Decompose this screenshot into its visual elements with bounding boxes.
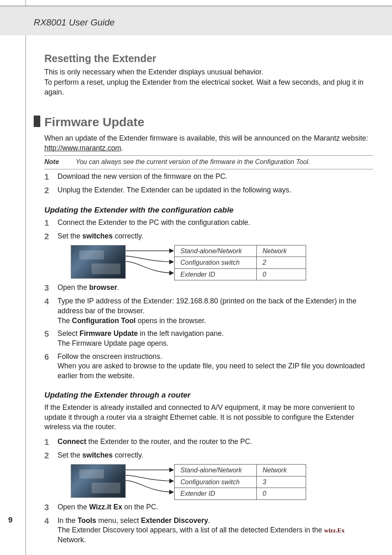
cell-key: Configuration switch [175,476,257,488]
t-bold: Extender Discovery [141,516,208,525]
step-body: Type the IP address of the Extender: 192… [58,296,373,326]
t-bold: browser [89,283,117,291]
firmware-intro-post: . [121,144,123,152]
table-row: Configuration switch 3 [175,476,306,488]
cable-switch-table: Stand-alone/Network Network Configuratio… [174,245,306,281]
step-body: Set the switches correctly. [58,451,373,460]
t: The Firmware Update page opens. [58,339,168,347]
arrows-icon [126,245,174,279]
t-bold: Tools [78,516,96,525]
t: on the PC. [122,503,158,511]
step-body: Follow the onscreen instructions. When y… [58,352,373,381]
cell-val: 0 [257,488,306,500]
t: When you are asked to browse to the upda… [58,362,365,380]
t: Type the IP address of the Extender: 192… [58,297,356,315]
t: Network. [58,536,86,544]
cable-step-6: 6 Follow the onscreen instructions. When… [44,352,373,381]
cell-key: Configuration switch [175,257,257,269]
t: Set the [58,232,82,240]
note-label: Note [44,157,74,166]
step-body: Connect the Extender to the PC with the … [58,218,373,228]
t: Set the [58,451,82,459]
resetting-heading: Resetting the Extender [44,52,373,66]
t: Open the [58,503,89,511]
table-row: Extender ID 0 [175,268,306,280]
step-number: 2 [44,185,51,196]
divider [44,155,373,156]
t: . [117,283,119,291]
step-body: Connect the Extender to the router, and … [58,437,373,447]
arrows-icon [126,464,174,498]
router-step-4: 4 In the Tools menu, select Extender Dis… [44,516,373,545]
fw-step-2: 2 Unplug the Extender. The Extender can … [44,185,373,196]
t: correctly. [113,451,143,459]
resetting-p2: To perform a reset, unplug the Extender … [44,78,373,97]
t-bold: Wizz.it Ex [89,503,122,511]
t: In the [58,516,78,525]
cell-val: Network [257,245,306,257]
table-row: Extender ID 0 [175,488,306,500]
section-marker [34,116,40,127]
cell-key: Stand-alone/Network [175,245,257,257]
cell-val: 2 [257,257,306,269]
cell-val: 0 [257,268,306,280]
step-number: 1 [44,218,51,228]
cable-step-3: 3 Open the browser. [44,283,373,293]
arrow-connectors [126,245,174,281]
page-number: 9 [8,516,13,525]
cell-key: Extender ID [175,268,257,280]
step-number: 6 [44,352,51,362]
guide-title: RX8001 User Guide [34,17,115,28]
t: Follow the onscreen instructions. [58,352,162,361]
firmware-intro-link[interactable]: http://www.marantz.com [44,144,121,152]
extender-thumbnail [71,464,126,498]
arrow-connectors [126,464,174,500]
t-bold: switches [82,451,113,459]
t: Select [58,329,80,338]
cable-heading: Updating the Extender with the configura… [44,205,373,215]
t-bold: Firmware Update [80,329,138,338]
t: in the left navigation pane. [138,329,224,338]
step-body: Open the browser. [58,283,373,293]
table-row: Stand-alone/Network Network [175,464,306,476]
step-body: In the Tools menu, select Extender Disco… [58,516,373,545]
cable-step-5: 5 Select Firmware Update in the left nav… [44,329,373,348]
router-step-2: 2 Set the switches correctly. [44,451,373,461]
step-body: Download the new version of the firmware… [58,172,373,182]
t: opens in the browser. [136,317,206,325]
router-intro: If the Extender is already installed and… [44,403,373,432]
cable-step-2: 2 Set the switches correctly. [44,231,373,242]
t-bold: Connect [58,437,86,446]
t: . [208,516,210,525]
t: the Extender to the router, and the rout… [86,437,252,446]
t-bold: switches [82,232,113,240]
step-body: Open the Wizz.it Ex on the PC. [58,502,373,512]
t: correctly. [113,232,143,240]
fw-step-1: 1 Download the new version of the firmwa… [44,172,373,182]
t: The Extender Discovery tool appears, wit… [58,526,324,534]
step-number: 1 [44,437,51,447]
step-body: Set the switches correctly. [58,231,373,241]
t-bold: Configuration Tool [72,317,136,325]
extender-thumbnail [71,245,126,279]
cell-key: Extender ID [175,488,257,500]
cable-step-1: 1 Connect the Extender to the PC with th… [44,218,373,228]
cell-key: Stand-alone/Network [175,464,257,476]
resetting-p1: This is only necessary when the Extender… [44,67,373,77]
step-number: 2 [44,231,51,242]
note-text: You can always see the current version o… [76,158,310,165]
t: The [58,317,72,325]
router-heading: Updating the Extender through a router [44,390,373,400]
vertical-rule [25,0,26,555]
router-step-3: 3 Open the Wizz.it Ex on the PC. [44,502,373,513]
step-number: 1 [44,172,51,182]
cell-val: 3 [257,476,306,488]
t: menu, select [96,516,141,525]
table-row: Configuration switch 2 [175,257,306,269]
divider [44,169,373,169]
router-switch-table: Stand-alone/Network Network Configuratio… [174,464,306,500]
step-number: 4 [44,516,51,526]
router-diagram: Stand-alone/Network Network Configuratio… [71,464,373,500]
step-body: Unplug the Extender. The Extender can be… [58,185,373,195]
table-row: Stand-alone/Network Network [175,245,306,257]
